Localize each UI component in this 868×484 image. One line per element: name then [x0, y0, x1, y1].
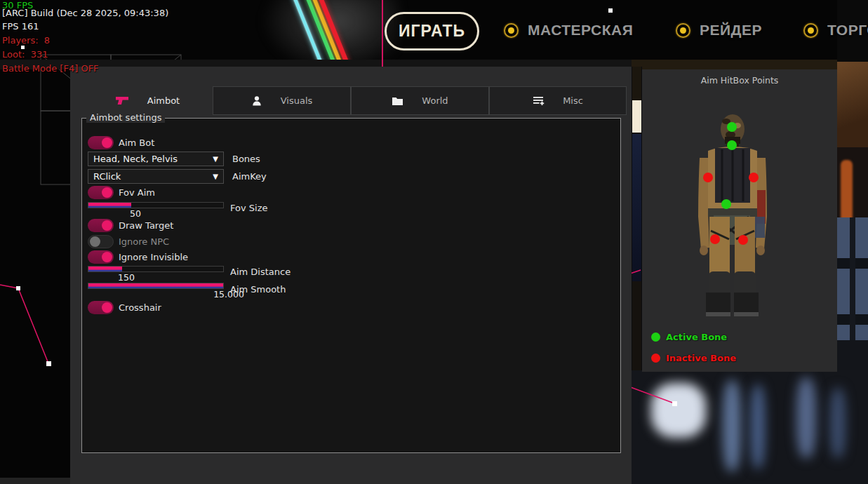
- aim-distance-slider[interactable]: [88, 266, 224, 272]
- rusty-wall: [837, 62, 868, 147]
- legend-active-bone: Active Bone: [651, 332, 727, 342]
- orange-pillar: [841, 160, 853, 224]
- play-button[interactable]: ИГРАТЬ: [385, 12, 479, 51]
- aimkey-select-value: RClick: [93, 171, 121, 182]
- fov-aim-label: Fov Aim: [119, 187, 155, 198]
- ignore-npc-toggle[interactable]: [88, 235, 114, 248]
- chevron-down-icon: ▼: [213, 155, 218, 163]
- tab-label: Misc: [563, 95, 583, 106]
- bone-dot-head[interactable]: [727, 122, 737, 132]
- toggle-knob: [90, 236, 100, 247]
- light-streak: [830, 388, 846, 458]
- light-glow: [651, 383, 706, 438]
- bone-dot-neck[interactable]: [727, 140, 737, 150]
- gap-dark-window: [632, 134, 641, 281]
- loot-line: Loot: 331: [2, 49, 48, 60]
- tab-label: World: [422, 95, 448, 106]
- legend-inactive-bone: Inactive Bone: [651, 353, 736, 363]
- pistol-icon: [115, 95, 129, 106]
- pane-bar: [850, 217, 855, 340]
- playlist-add-icon: [533, 95, 545, 106]
- slider-fill: [88, 203, 131, 208]
- toggle-knob: [102, 302, 112, 313]
- crosshair-toggle[interactable]: [88, 301, 114, 314]
- scene-band-bottom: [0, 478, 70, 484]
- slider-fill: [88, 267, 122, 271]
- toggle-knob: [102, 187, 112, 198]
- crosshair-label: Crosshair: [119, 302, 161, 313]
- bones-label: Bones: [232, 154, 260, 164]
- coin-icon: [803, 23, 818, 38]
- light-streak: [796, 377, 816, 458]
- menu-item-raider[interactable]: РЕЙДЕР: [676, 20, 762, 40]
- aimbot-settings-group: Aimbot settings Aim Bot Head, Neck, Pelv…: [81, 118, 621, 453]
- menu-item-label: РЕЙДЕР: [700, 22, 762, 39]
- bones-select[interactable]: Head, Neck, Pelvis ▼: [88, 152, 224, 166]
- bone-dot-pelvis[interactable]: [721, 199, 731, 209]
- aim-bot-toggle[interactable]: [88, 136, 114, 149]
- active-bone-label: Active Bone: [666, 332, 727, 342]
- build-info: [ARC] Build (Dec 28 2025, 09:43:38): [2, 8, 168, 18]
- aim-distance-value: 150: [105, 272, 147, 283]
- bone-dot-right-shoulder[interactable]: [749, 173, 759, 182]
- hitbox-panel: Aim HitBox Points: [642, 69, 837, 372]
- ignore-invisible-toggle[interactable]: [88, 250, 114, 264]
- ignore-npc-label: Ignore NPC: [119, 236, 169, 247]
- tab-visuals[interactable]: Visuals: [213, 86, 351, 115]
- aimkey-label: AimKey: [232, 171, 267, 182]
- hitbox-panel-title: Aim HitBox Points: [642, 75, 837, 86]
- fps-line: FPS 161: [2, 21, 39, 32]
- person-icon: [251, 95, 262, 107]
- aim-bot-label: Aim Bot: [119, 137, 154, 148]
- draw-target-toggle[interactable]: [88, 219, 114, 232]
- aimkey-select[interactable]: RClick ▼: [88, 169, 224, 184]
- game-screen: 30 FPS [ARC] Build (Dec 28 2025, 09:43:3…: [0, 0, 868, 484]
- tab-label: Aimbot: [147, 95, 180, 106]
- draw-target-label: Draw Target: [119, 220, 173, 231]
- menu-item-trader[interactable]: ТОРГО: [803, 20, 868, 40]
- cheat-menu-panel: Aimbot Visuals World Misc Aimbot setting…: [70, 67, 632, 484]
- gap-light-window: [632, 100, 641, 133]
- scene-bottom-right: [632, 370, 868, 484]
- slider-fill: [88, 283, 223, 288]
- menu-item-workshop[interactable]: МАСТЕРСКАЯ: [504, 20, 633, 40]
- inactive-bone-dot: [651, 354, 660, 363]
- battle-mode-line: Battle Mode [F4] OFF: [2, 63, 99, 74]
- ignore-invisible-label: Ignore Invisible: [119, 252, 188, 262]
- fov-size-label: Fov Size: [230, 203, 267, 213]
- group-title: Aimbot settings: [86, 112, 165, 123]
- menu-item-label: МАСТЕРСКАЯ: [528, 22, 633, 39]
- tab-label: Visuals: [281, 95, 313, 106]
- gap-olive: [632, 67, 641, 100]
- coin-icon: [504, 23, 519, 38]
- toggle-knob: [102, 220, 112, 231]
- light-streak: [751, 384, 765, 469]
- coin-icon: [676, 23, 690, 38]
- players-line: Players: 8: [2, 35, 50, 46]
- fov-aim-toggle[interactable]: [88, 186, 114, 199]
- toggle-knob: [102, 252, 112, 262]
- aim-smooth-slider[interactable]: [88, 283, 224, 289]
- toggle-knob: [102, 137, 112, 148]
- chevron-down-icon: ▼: [213, 173, 218, 180]
- fov-size-slider[interactable]: [88, 202, 224, 208]
- active-bone-dot: [651, 332, 660, 342]
- aim-distance-label: Aim Distance: [230, 267, 291, 277]
- tab-world[interactable]: World: [351, 86, 489, 115]
- folder-icon: [392, 96, 403, 106]
- bones-select-value: Head, Neck, Pelvis: [93, 154, 178, 164]
- bone-dot-left-shoulder[interactable]: [703, 173, 713, 182]
- inactive-bone-label: Inactive Bone: [666, 353, 736, 363]
- tab-aimbot[interactable]: Aimbot: [91, 86, 203, 115]
- fov-size-value: 50: [114, 208, 156, 219]
- scene-band-right: [632, 60, 868, 69]
- bone-dot-right-thigh[interactable]: [738, 235, 748, 245]
- aim-smooth-label: Aim Smooth: [230, 284, 286, 295]
- menu-item-label: ТОРГО: [827, 22, 868, 39]
- tab-misc[interactable]: Misc: [489, 86, 627, 115]
- light-streak: [723, 380, 741, 471]
- bone-dot-left-thigh[interactable]: [710, 234, 720, 244]
- window-panes: [837, 217, 868, 340]
